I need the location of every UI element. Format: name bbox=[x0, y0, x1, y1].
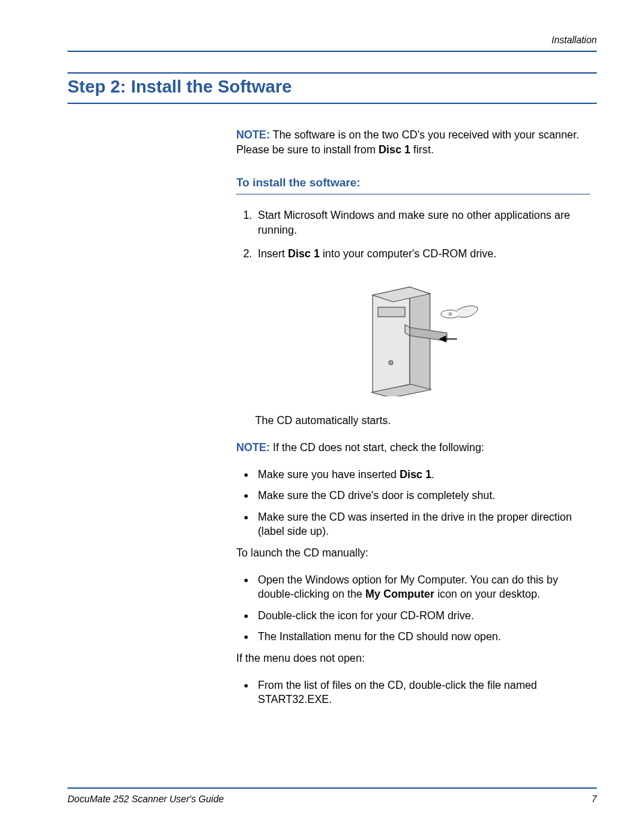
fallback-1: From the list of files on the CD, double… bbox=[255, 678, 590, 707]
check-1: Make sure you have inserted Disc 1. bbox=[255, 467, 590, 482]
note-label: NOTE: bbox=[236, 129, 270, 140]
step-1: Start Microsoft Windows and make sure no… bbox=[255, 208, 590, 237]
svg-point-8 bbox=[441, 310, 460, 318]
check-list: Make sure you have inserted Disc 1. Make… bbox=[236, 467, 590, 539]
page-footer: DocuMate 252 Scanner User's Guide 7 bbox=[68, 787, 597, 806]
page-header: Installation bbox=[68, 34, 597, 52]
note-text-post: first. bbox=[410, 144, 434, 155]
note-bold: Disc 1 bbox=[379, 144, 410, 155]
section-label: Installation bbox=[552, 34, 597, 45]
launch-manual-text: To launch the CD manually: bbox=[236, 546, 590, 561]
after-figure-text: The CD automatically starts. bbox=[255, 413, 590, 428]
page-title: Step 2: Install the Software bbox=[68, 72, 597, 104]
svg-marker-0 bbox=[373, 287, 410, 392]
step-list: Start Microsoft Windows and make sure no… bbox=[236, 208, 590, 261]
if-not-open-text: If the menu does not open: bbox=[236, 651, 590, 666]
page-number: 7 bbox=[591, 793, 597, 806]
note-2-text: If the CD does not start, check the foll… bbox=[270, 442, 485, 453]
check-2: Make sure the CD drive's door is complet… bbox=[255, 488, 590, 503]
check-1-post: . bbox=[431, 469, 434, 480]
note-1: NOTE: The software is on the two CD's yo… bbox=[236, 128, 590, 157]
svg-rect-3 bbox=[378, 307, 405, 317]
launch-list: Open the Windows option for My Computer.… bbox=[236, 573, 590, 644]
step-2-bold: Disc 1 bbox=[288, 248, 319, 259]
fallback-list: From the list of files on the CD, double… bbox=[236, 678, 590, 707]
footer-title: DocuMate 252 Scanner User's Guide bbox=[68, 793, 223, 806]
subheading: To install the software: bbox=[236, 176, 590, 194]
svg-point-9 bbox=[449, 313, 452, 315]
note-2-label: NOTE: bbox=[236, 442, 270, 453]
computer-cd-figure bbox=[236, 275, 590, 400]
step-2: Insert Disc 1 into your computer's CD-RO… bbox=[255, 246, 590, 261]
note-2: NOTE: If the CD does not start, check th… bbox=[236, 440, 590, 455]
launch-1-bold: My Computer bbox=[365, 588, 434, 600]
launch-1: Open the Windows option for My Computer.… bbox=[255, 573, 590, 602]
check-1-bold: Disc 1 bbox=[400, 469, 431, 480]
content-body: NOTE: The software is on the two CD's yo… bbox=[236, 128, 590, 707]
check-1-pre: Make sure you have inserted bbox=[258, 469, 400, 480]
launch-1-post: icon on your desktop. bbox=[434, 588, 540, 600]
step-2-post: into your computer's CD-ROM drive. bbox=[320, 248, 497, 259]
check-3: Make sure the CD was inserted in the dri… bbox=[255, 510, 590, 539]
svg-point-6 bbox=[389, 361, 393, 365]
launch-2: Double-click the icon for your CD-ROM dr… bbox=[255, 608, 590, 623]
step-2-pre: Insert bbox=[258, 248, 288, 259]
launch-3: The Installation menu for the CD should … bbox=[255, 629, 590, 644]
